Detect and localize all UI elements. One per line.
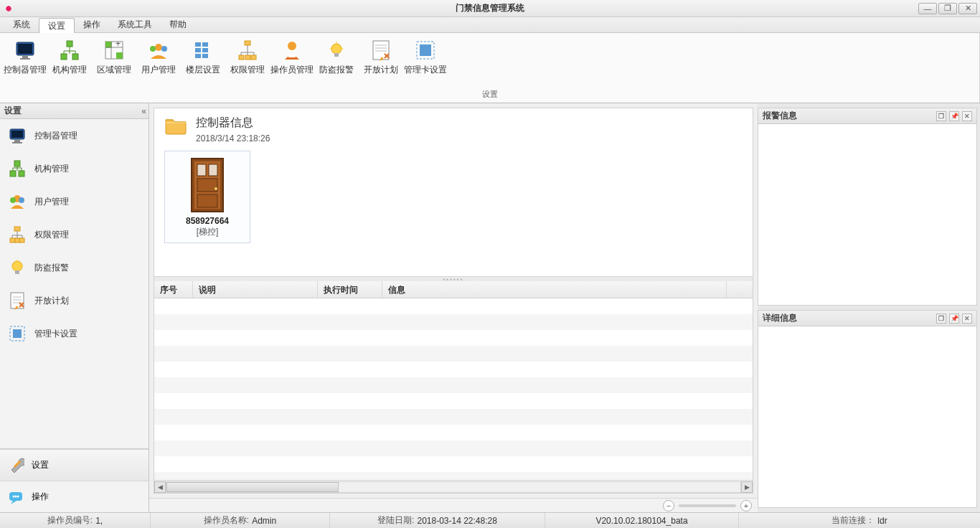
panel-close-button[interactable]: ✕ (962, 111, 972, 121)
svg-rect-58 (197, 179, 217, 192)
menu-帮助[interactable]: 帮助 (161, 17, 195, 32)
panel-window-button[interactable]: ❐ (936, 314, 946, 324)
svg-rect-30 (420, 44, 431, 56)
users-icon (7, 192, 27, 212)
log-body[interactable] (154, 298, 753, 480)
sidebar-navlist: 控制器管理机构管理用户管理权限管理防盗报警开放计划管理卡设置 (0, 119, 149, 448)
svg-rect-14 (195, 42, 201, 47)
statusbar: 操作员编号: 1, 操作员名称: Admin 登陆日期: 2018-03-14 … (0, 512, 980, 528)
zoom-out-button[interactable]: − (663, 500, 674, 512)
content-timestamp: 2018/3/14 23:18:26 (196, 133, 270, 143)
detail-panel-body (758, 326, 976, 507)
svg-rect-2 (22, 56, 28, 58)
sidebar-item-管理卡设置[interactable]: 管理卡设置 (0, 317, 149, 350)
ribbon-防盗报警[interactable]: 防盗报警 (314, 34, 359, 86)
sidebar: 设置 « 控制器管理机构管理用户管理权限管理防盗报警开放计划管理卡设置 设置操作 (0, 103, 149, 512)
svg-rect-1 (18, 44, 32, 54)
horizontal-scrollbar[interactable]: ◀ ▶ (154, 480, 753, 493)
ribbon-楼层设置[interactable]: 楼层设置 (181, 34, 225, 86)
svg-point-39 (10, 197, 16, 203)
zoom-bar: − + (149, 498, 758, 512)
login-date-value: 2018-03-14 22:48:28 (417, 516, 496, 526)
monitor-icon (7, 126, 27, 146)
svg-text:+: + (116, 39, 121, 49)
chat-icon (7, 489, 24, 506)
sidebar-item-防盗报警[interactable]: 防盗报警 (0, 251, 149, 284)
operator-name-value: Admin (252, 516, 276, 526)
device-type: [梯控] (197, 226, 219, 238)
maximize-button[interactable]: ❐ (938, 3, 957, 14)
operator-icon (281, 39, 303, 62)
svg-rect-41 (14, 227, 20, 231)
scroll-left-button[interactable]: ◀ (154, 481, 166, 493)
alarm-panel-title: 报警信息 (763, 110, 797, 122)
sidebar-item-用户管理[interactable]: 用户管理 (0, 185, 149, 218)
monitor-icon (14, 39, 37, 62)
log-col-序号[interactable]: 序号 (154, 281, 193, 298)
svg-rect-4 (67, 41, 72, 47)
svg-rect-15 (202, 42, 208, 47)
scroll-right-button[interactable]: ▶ (741, 481, 753, 493)
scroll-thumb[interactable] (166, 482, 339, 492)
sidebar-tab-设置[interactable]: 设置 (0, 449, 149, 481)
menu-系统[interactable]: 系统 (4, 17, 39, 32)
sidebar-item-机构管理[interactable]: 机构管理 (0, 152, 149, 185)
log-col-执行时间[interactable]: 执行时间 (318, 281, 382, 298)
ribbon-操作员管理[interactable]: 操作员管理 (270, 34, 314, 86)
sidebar-item-权限管理[interactable]: 权限管理 (0, 218, 149, 251)
minimize-button[interactable]: — (918, 3, 937, 14)
tree-green-icon (58, 39, 81, 62)
login-date-label: 登陆日期: (377, 514, 414, 527)
log-col-说明[interactable]: 说明 (193, 281, 318, 298)
ribbon-开放计划[interactable]: 开放计划 (359, 34, 403, 86)
menu-操作[interactable]: 操作 (75, 17, 109, 32)
close-button[interactable]: ✕ (958, 3, 977, 14)
ribbon-用户管理[interactable]: 用户管理 (136, 34, 181, 86)
menu-系统工具[interactable]: 系统工具 (109, 17, 161, 32)
folder-icon (164, 116, 187, 136)
sidebar-item-控制器管理[interactable]: 控制器管理 (0, 119, 149, 152)
device-item[interactable]: 858927664 [梯控] (164, 151, 250, 243)
log-table: 序号说明执行时间信息 ◀ ▶ (154, 281, 753, 493)
collapse-sidebar-button[interactable]: « (141, 106, 144, 116)
users-icon (147, 39, 170, 62)
ribbon-group-title: 设置 (0, 88, 979, 103)
log-col-信息[interactable]: 信息 (382, 281, 727, 298)
svg-rect-46 (15, 270, 19, 274)
svg-rect-59 (197, 194, 217, 207)
panel-pin-button[interactable]: 📌 (949, 111, 959, 121)
connection-label: 当前连接： (831, 514, 875, 527)
ribbon-权限管理[interactable]: 权限管理 (225, 34, 270, 86)
panel-window-button[interactable]: ❐ (936, 111, 946, 121)
zoom-in-button[interactable]: + (740, 500, 752, 512)
svg-rect-49 (13, 329, 22, 338)
sidebar-item-开放计划[interactable]: 开放计划 (0, 284, 149, 317)
sidebar-header: 设置 « (0, 103, 149, 119)
svg-point-11 (155, 44, 162, 51)
svg-rect-17 (202, 48, 208, 52)
card-icon (7, 324, 27, 344)
zoom-slider[interactable] (679, 504, 736, 507)
tree-green-icon (7, 159, 27, 179)
operator-id-label: 操作员编号: (47, 514, 93, 527)
sidebar-tab-操作[interactable]: 操作 (0, 481, 149, 512)
svg-rect-6 (72, 54, 78, 60)
svg-rect-36 (10, 171, 16, 176)
sidebar-title: 设置 (4, 105, 22, 117)
alarm-panel-body (758, 124, 976, 305)
ribbon-区域管理[interactable]: +区域管理 (92, 34, 136, 86)
ribbon-机构管理[interactable]: 机构管理 (47, 34, 92, 86)
floors-icon (192, 39, 215, 62)
svg-rect-56 (197, 164, 206, 176)
panel-close-button[interactable]: ✕ (962, 314, 972, 324)
svg-point-51 (13, 495, 15, 497)
svg-rect-18 (195, 54, 201, 58)
svg-rect-57 (209, 164, 217, 176)
menu-设置[interactable]: 设置 (39, 18, 75, 33)
svg-rect-44 (19, 238, 24, 242)
ribbon-控制器管理[interactable]: 控制器管理 (3, 34, 47, 86)
panel-pin-button[interactable]: 📌 (949, 314, 959, 324)
svg-rect-3 (20, 58, 30, 60)
svg-point-45 (12, 261, 22, 271)
ribbon-管理卡设置[interactable]: 管理卡设置 (403, 34, 448, 86)
